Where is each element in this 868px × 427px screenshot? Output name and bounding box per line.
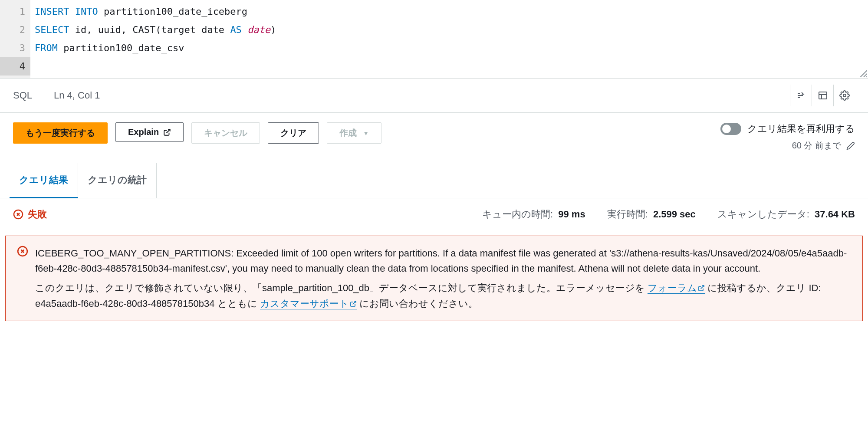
line-number: 2: [3, 21, 25, 39]
editor-status-bar: SQL Ln 4, Col 1: [0, 79, 868, 113]
explain-button[interactable]: Explain: [115, 122, 184, 142]
resize-handle[interactable]: [859, 69, 868, 78]
error-hint: このクエリは、クエリで修飾されていない限り、「sample_partition_…: [35, 280, 851, 311]
line-number: 3: [3, 39, 25, 57]
forum-link[interactable]: フォーラム: [648, 282, 705, 294]
language-label: SQL: [13, 90, 32, 101]
external-link-icon: [163, 128, 171, 136]
svg-rect-0: [819, 92, 827, 99]
reuse-age-label: 60 分 前まで: [792, 140, 841, 151]
action-bar: もう一度実行する Explain キャンセル クリア 作成 ▼ クエリ結果を再利…: [0, 113, 868, 163]
cursor-position: Ln 4, Col 1: [54, 90, 100, 101]
reuse-results-toggle[interactable]: [720, 123, 741, 135]
edit-icon[interactable]: [846, 141, 855, 150]
support-link[interactable]: カスタマーサポート: [260, 298, 357, 309]
layout-toggle-button[interactable]: [812, 85, 833, 106]
sql-code-area[interactable]: INSERT INTO partition100_date_iceberg SE…: [30, 0, 868, 78]
queue-time-metric: キュー内の時間: 99 ms: [482, 208, 585, 221]
sql-editor[interactable]: 1 2 3 4 INSERT INTO partition100_date_ic…: [0, 0, 868, 79]
svg-line-12: [352, 301, 355, 304]
error-icon: [17, 246, 28, 311]
data-scanned-metric: スキャンしたデータ: 37.64 KB: [717, 208, 855, 221]
error-alert: ICEBERG_TOO_MANY_OPEN_PARTITIONS: Exceed…: [5, 236, 863, 321]
tab-query-results[interactable]: クエリ結果: [10, 163, 78, 198]
result-tabs: クエリ結果 クエリの統計: [0, 163, 868, 198]
clear-button[interactable]: クリア: [268, 122, 319, 144]
create-dropdown-button: 作成 ▼: [327, 122, 381, 144]
external-link-icon: [698, 285, 705, 292]
external-link-icon: [350, 300, 357, 307]
status-badge: 失敗: [13, 208, 47, 221]
cancel-button: キャンセル: [191, 122, 260, 144]
error-icon: [13, 209, 23, 220]
exec-time-metric: 実行時間: 2.599 sec: [607, 208, 696, 221]
chevron-down-icon: ▼: [363, 130, 369, 137]
error-message: ICEBERG_TOO_MANY_OPEN_PARTITIONS: Exceed…: [35, 246, 851, 276]
line-number: 1: [3, 3, 25, 21]
line-number: 4: [0, 57, 30, 76]
format-query-button[interactable]: [790, 85, 812, 106]
reuse-results-label: クエリ結果を再利用する: [747, 122, 855, 135]
svg-line-4: [167, 129, 170, 133]
line-number-gutter: 1 2 3 4: [0, 0, 30, 78]
run-again-button[interactable]: もう一度実行する: [13, 122, 108, 144]
svg-point-3: [843, 94, 846, 97]
svg-line-11: [701, 286, 704, 289]
result-summary: 失敗 キュー内の時間: 99 ms 実行時間: 2.599 sec スキャンした…: [0, 198, 868, 230]
settings-button[interactable]: [833, 85, 855, 106]
tab-query-stats[interactable]: クエリの統計: [78, 163, 157, 198]
